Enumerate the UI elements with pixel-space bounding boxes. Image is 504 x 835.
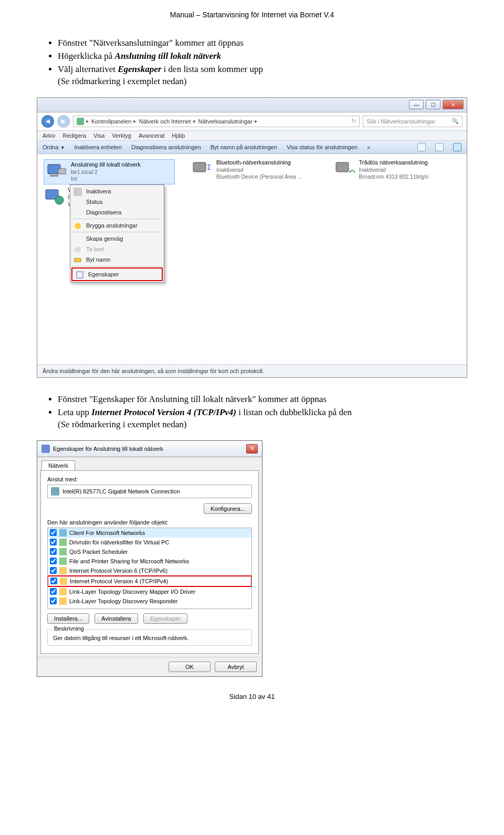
minimize-button[interactable]: —: [409, 100, 424, 109]
toolbar-diagnose[interactable]: Diagnostisera anslutningen: [131, 144, 201, 150]
text: i listan och dubbelklicka på den: [236, 407, 352, 417]
checkbox[interactable]: [50, 567, 57, 574]
checkbox[interactable]: [50, 539, 57, 545]
preview-icon[interactable]: [435, 143, 444, 151]
menu-item[interactable]: Avancerat: [139, 132, 164, 139]
italic-text: Internet Protocol Version 4 (TCP/IPv4): [91, 407, 236, 417]
content-area: Anslutning till lokalt nätverk be1.local…: [37, 154, 467, 364]
configure-button[interactable]: Konfigurera...: [204, 503, 252, 514]
svg-rect-3: [58, 169, 66, 174]
view-icon[interactable]: [417, 143, 426, 151]
search-input[interactable]: Sök i Nätverksanslutningar 🔍: [363, 116, 463, 127]
protocol-icon: [59, 597, 67, 605]
breadcrumb[interactable]: ▸ Kontrollpanelen ▸ Nätverk och Internet…: [73, 116, 360, 127]
list-item[interactable]: Internet Protocol Version 6 (TCP/IPv6): [48, 566, 251, 575]
net-title: Trådlös nätverksanslutning: [359, 159, 460, 167]
menu-item[interactable]: Redigera: [62, 132, 86, 139]
ctx-diagnose[interactable]: Diagnostisera: [70, 207, 164, 218]
svg-rect-14: [41, 445, 50, 453]
protocol-icon: [59, 588, 67, 595]
svg-rect-16: [59, 529, 67, 537]
help-icon[interactable]: [453, 143, 461, 151]
list-item[interactable]: Client For Microsoft Networks: [48, 528, 251, 538]
list-item[interactable]: Drivrutin för nätverksfilter för Virtual…: [48, 538, 251, 547]
ok-button[interactable]: OK: [169, 662, 211, 672]
crumb[interactable]: Nätverksanslutningar: [198, 118, 253, 125]
menu-item[interactable]: Verktyg: [112, 132, 131, 139]
install-button[interactable]: Installera...: [47, 613, 89, 624]
net-sub: Int: [71, 176, 173, 182]
screenshot-network-connections: — ☐ ✕ ◄ ► ▸ Kontrollpanelen ▸ Nätverk oc…: [37, 97, 467, 378]
close-button[interactable]: ✕: [443, 100, 464, 109]
delete-icon: [74, 245, 82, 254]
checkbox[interactable]: [50, 588, 57, 595]
bullet-item: Leta upp Internet Protocol Version 4 (TC…: [58, 407, 467, 431]
disable-icon: [74, 188, 82, 196]
toolbar-disable[interactable]: Inaktivera enheten: [75, 144, 122, 150]
bullet-list-1: Fönstret "Nätverksanslutningar" kommer a…: [37, 37, 467, 88]
list-item[interactable]: File and Printer Sharing for Microsoft N…: [48, 556, 251, 566]
screenshot-properties-dialog: Egenskaper för Anslutning till lokalt nä…: [37, 440, 262, 677]
checkbox[interactable]: [50, 597, 57, 604]
toolbar: Ordna ▼ Inaktivera enheten Diagnostisera…: [37, 141, 467, 154]
uninstall-button[interactable]: Avinstallera: [94, 613, 138, 624]
svg-rect-23: [59, 597, 67, 605]
crumb[interactable]: Kontrollpanelen: [91, 118, 131, 125]
properties-button[interactable]: Egenskaper: [143, 613, 188, 624]
checkbox[interactable]: [50, 578, 57, 584]
ctx-properties[interactable]: Egenskaper: [72, 269, 162, 280]
list-item[interactable]: Link-Layer Topology Discovery Mapper I/O…: [48, 587, 251, 596]
network-item-bluetooth[interactable]: ⵉ Bluetooth-nätverksanslutning Inaktiver…: [191, 159, 318, 359]
bluetooth-icon: ⵉ: [191, 159, 212, 180]
components-list[interactable]: Client For Microsoft Networks Drivrutin …: [47, 528, 252, 609]
ctx-shortcut[interactable]: Skapa genväg: [70, 233, 164, 244]
network-item-lan[interactable]: Anslutning till lokalt nätverk be1.local…: [44, 159, 175, 184]
menu-item[interactable]: Arkiv: [43, 132, 55, 139]
cancel-button[interactable]: Avbryt: [215, 662, 257, 672]
ctx-rename[interactable]: Byt namn: [70, 254, 164, 265]
toolbar-organize[interactable]: Ordna ▼: [43, 144, 65, 150]
chevron-icon: ▸: [193, 118, 196, 125]
svg-rect-9: [74, 188, 82, 196]
rename-icon: [74, 256, 82, 264]
dialog-footer: OK Avbryt: [37, 657, 262, 676]
menu-item[interactable]: Hjälp: [172, 132, 185, 139]
list-item[interactable]: QoS Packet Scheduler: [48, 547, 251, 556]
ctx-bridge[interactable]: Brygga anslutningar: [70, 220, 164, 231]
description-label: Beskrivning: [52, 625, 86, 632]
crumb[interactable]: Nätverk och Internet: [139, 118, 191, 125]
maximize-button[interactable]: ☐: [426, 100, 440, 109]
menu-item[interactable]: Visa: [93, 132, 104, 139]
svg-rect-6: [193, 162, 206, 172]
text: (Se rödmarkering i exemplet nedan): [58, 419, 186, 429]
checkbox[interactable]: [50, 529, 57, 536]
list-item[interactable]: Link-Layer Topology Discovery Responder: [48, 596, 251, 606]
network-item-wifi[interactable]: Trådlös nätverksanslutning Inaktiverad B…: [334, 159, 460, 359]
back-button[interactable]: ◄: [41, 115, 54, 128]
ctx-status[interactable]: Status: [70, 197, 164, 207]
toolbar-status[interactable]: Visa status för anslutningen: [287, 144, 358, 150]
tab-network[interactable]: Nätverk: [41, 460, 75, 470]
checkbox[interactable]: [50, 558, 57, 564]
list-item-ipv4[interactable]: Internet Protocol Version 4 (TCP/IPv4): [48, 576, 251, 586]
menubar: Arkiv Redigera Visa Verktyg Avancerat Hj…: [37, 131, 467, 141]
forward-button[interactable]: ►: [57, 115, 70, 128]
svg-rect-15: [51, 487, 59, 496]
refresh-icon[interactable]: ↻: [351, 118, 356, 125]
text: i den lista som kommer upp: [161, 64, 263, 74]
svg-rect-0: [77, 118, 84, 125]
red-highlight: Internet Protocol Version 4 (TCP/IPv4): [47, 575, 252, 587]
bullet-list-2: Fönstret "Egenskaper för Anslutning till…: [37, 394, 467, 431]
text: Leta upp: [58, 407, 91, 417]
toolbar-more[interactable]: »: [367, 144, 370, 150]
checkbox[interactable]: [50, 548, 57, 555]
control-panel-icon: [77, 118, 84, 125]
net-sub: Bluetooth Device (Personal Area ...: [216, 173, 318, 180]
toolbar-rename[interactable]: Byt namn på anslutningen: [211, 144, 277, 150]
ctx-disable[interactable]: Inaktivera: [70, 186, 164, 197]
close-button[interactable]: ✕: [246, 444, 258, 453]
svg-rect-13: [77, 272, 83, 278]
bridge-icon: [74, 222, 82, 230]
ctx-delete[interactable]: Ta bort: [70, 244, 164, 254]
dialog-icon: [41, 445, 50, 453]
